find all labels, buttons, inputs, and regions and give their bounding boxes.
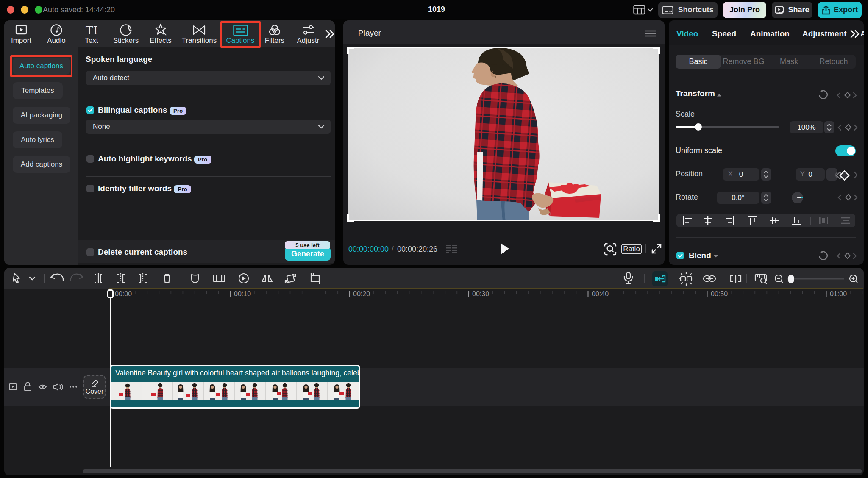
svg-text:00:00: 00:00 bbox=[115, 290, 132, 297]
svg-text:00:40: 00:40 bbox=[592, 290, 609, 297]
svg-text:00:10: 00:10 bbox=[234, 290, 251, 297]
svg-text:00:50: 00:50 bbox=[711, 290, 728, 297]
svg-text:00:30: 00:30 bbox=[472, 290, 489, 297]
svg-text:01:00: 01:00 bbox=[830, 290, 847, 297]
svg-text:00:20: 00:20 bbox=[353, 290, 370, 297]
